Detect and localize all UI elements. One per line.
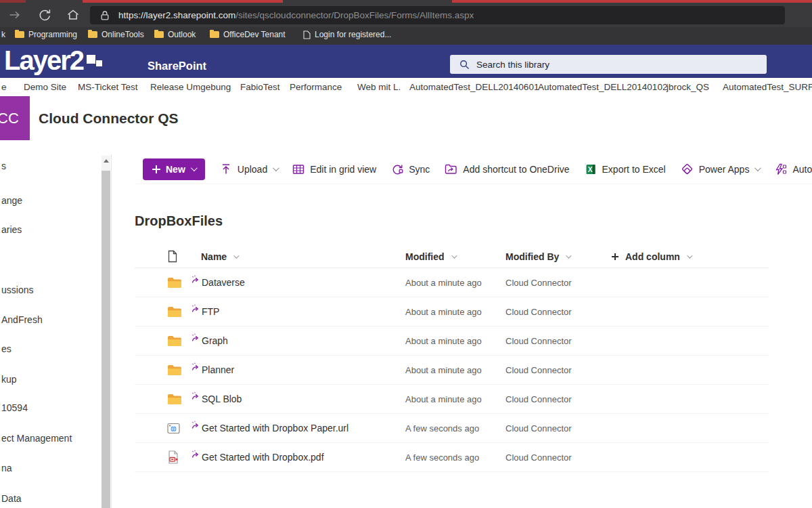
bookmark-item[interactable]: Programming (15, 30, 77, 39)
add-shortcut-onedrive-button[interactable]: Add shortcut to OneDrive (445, 163, 569, 175)
left-nav-link[interactable]: ect Management (1, 433, 72, 444)
suite-bar: Layer2 SharePoint (0, 45, 812, 78)
left-nav-link[interactable]: 10594 (1, 402, 28, 413)
nav-link[interactable]: AutomatedTest_SURFACE (723, 82, 812, 92)
left-nav: sangeariesussionsAndFresheskup10594ect M… (0, 154, 112, 508)
modified-by-column-label: Modified By (505, 251, 559, 262)
forward-icon[interactable] (8, 8, 22, 22)
chevron-down-icon (566, 253, 572, 258)
file-name-link[interactable]: Planner (202, 364, 234, 375)
add-column-button[interactable]: Add column (612, 251, 769, 262)
nav-link[interactable]: Release Umgebung (150, 82, 231, 92)
file-name-link[interactable]: SQL Blob (202, 394, 242, 404)
power-apps-button[interactable]: Power Apps (681, 163, 760, 175)
file-name-link[interactable]: FTP (202, 306, 219, 317)
modified-column-header[interactable]: Modified (405, 251, 505, 262)
address-bar[interactable]: https://layer2.sharepoint.com/sites/qscl… (90, 6, 785, 24)
library-title: DropBoxFiles (135, 213, 812, 229)
scrollbar-thumb[interactable] (102, 171, 110, 508)
table-row[interactable]: SQL Blob About a minute ago Cloud Connec… (135, 385, 769, 414)
left-nav-link[interactable]: ussions (1, 284, 33, 295)
layer2-logo-mark (87, 55, 104, 75)
edit-grid-view-label: Edit in grid view (310, 164, 376, 175)
nav-link[interactable]: jbrock_QS (667, 82, 709, 92)
table-row[interactable]: Dataverse About a minute ago Cloud Conne… (135, 268, 769, 297)
url-text: https://layer2.sharepoint.com/sites/qscl… (118, 10, 474, 20)
plus-icon (612, 253, 618, 260)
nav-link[interactable]: AutomatedTest_DELL20140102 (538, 82, 667, 92)
left-nav-link[interactable]: es (1, 343, 12, 354)
url-path: /sites/qscloudconnector/DropBoxFiles/For… (235, 10, 474, 20)
add-shortcut-label: Add shortcut to OneDrive (463, 164, 569, 175)
name-column-header[interactable]: Name (201, 251, 405, 262)
bookmark-item[interactable]: k (1, 30, 5, 39)
folder-icon (167, 277, 182, 289)
site-title[interactable]: Cloud Connector QS (39, 110, 179, 127)
add-column-label: Add column (625, 251, 680, 262)
sidebar-scrollbar[interactable] (102, 156, 110, 508)
nav-link[interactable]: FabioTest (240, 82, 280, 92)
table-row[interactable]: FTP About a minute ago Cloud Connector (135, 297, 769, 326)
bookmark-item[interactable]: Outlook (154, 30, 196, 39)
left-nav-link[interactable]: kup (1, 374, 17, 385)
bookmark-label: Programming (28, 30, 77, 39)
table-row[interactable]: Get Started with Dropbox.pdf A few secon… (135, 443, 769, 472)
table-row[interactable]: Get Started with Dropbox Paper.url A few… (135, 414, 769, 443)
new-button[interactable]: New (143, 158, 205, 180)
site-nav-bar: eDemo SiteMS-Ticket TestRelease Umgebung… (0, 78, 812, 96)
nav-link[interactable]: e (1, 82, 7, 92)
list-header-row: Name Modified Modified By Add column (135, 245, 769, 268)
table-row[interactable]: Graph About a minute ago Cloud Connector (135, 326, 769, 356)
bookmark-item[interactable]: Login for registered... (303, 30, 391, 39)
nav-link[interactable]: AutomatedTest_DELL20140601 (409, 82, 539, 92)
file-name-link[interactable]: Get Started with Dropbox Paper.url (202, 423, 348, 433)
document-icon (167, 250, 178, 263)
file-name-link[interactable]: Graph (202, 335, 228, 346)
edit-grid-view-button[interactable]: Edit in grid view (292, 163, 376, 175)
modified-value: A few seconds ago (405, 423, 505, 433)
bookmark-item[interactable]: OnlineTools (88, 30, 144, 39)
modified-by-value: Cloud Connector (505, 307, 612, 317)
window-red-edge-mid (83, 0, 283, 3)
table-row[interactable]: Planner About a minute ago Cloud Connect… (135, 356, 769, 385)
site-logo[interactable]: CC (0, 96, 30, 140)
modified-by-value: Cloud Connector (505, 423, 612, 433)
folder-icon (167, 394, 182, 405)
file-type-column-header[interactable] (167, 250, 201, 263)
bookmark-folder-icon (15, 31, 24, 38)
modified-value: About a minute ago (405, 336, 505, 346)
left-nav-link[interactable]: AndFresh (1, 314, 43, 325)
file-name-link[interactable]: Dataverse (202, 277, 245, 288)
nav-link[interactable]: MS-Ticket Test (78, 82, 138, 92)
sync-button[interactable]: Sync (391, 163, 430, 175)
excel-icon: X (585, 163, 597, 175)
file-name-link[interactable]: Get Started with Dropbox.pdf (202, 452, 324, 463)
refresh-icon[interactable] (38, 8, 51, 22)
layer2-logo-text: Layer2 (4, 45, 83, 76)
modified-value: About a minute ago (405, 365, 505, 375)
left-nav-link[interactable]: Data (1, 493, 22, 504)
nav-link[interactable]: Demo Site (24, 82, 66, 92)
search-input[interactable] (476, 60, 734, 70)
scroll-up-button[interactable] (102, 156, 110, 166)
folder-icon (167, 335, 182, 347)
nav-link[interactable]: Web mit L. (357, 82, 401, 92)
site-header: CC Cloud Connector QS (0, 96, 812, 154)
left-nav-link[interactable]: s (1, 161, 6, 171)
upload-button[interactable]: Upload (220, 163, 277, 175)
home-icon[interactable] (66, 8, 80, 22)
bookmark-item[interactable]: OfficeDev Tenant (210, 30, 286, 39)
export-to-excel-button[interactable]: X Export to Excel (585, 163, 666, 175)
nav-link[interactable]: Performance (290, 82, 342, 92)
sharepoint-label: SharePoint (148, 60, 206, 72)
search-box[interactable] (450, 55, 767, 74)
automate-button[interactable]: Automate (774, 163, 812, 175)
new-item-badge-icon (191, 275, 200, 284)
left-nav-link[interactable]: aries (1, 224, 22, 235)
window-red-edge-left (0, 0, 26, 3)
chevron-down-icon (191, 165, 198, 171)
modified-by-column-header[interactable]: Modified By (505, 251, 612, 262)
modified-by-value: Cloud Connector (505, 452, 612, 463)
left-nav-link[interactable]: na (1, 463, 12, 473)
left-nav-link[interactable]: ange (1, 195, 22, 206)
